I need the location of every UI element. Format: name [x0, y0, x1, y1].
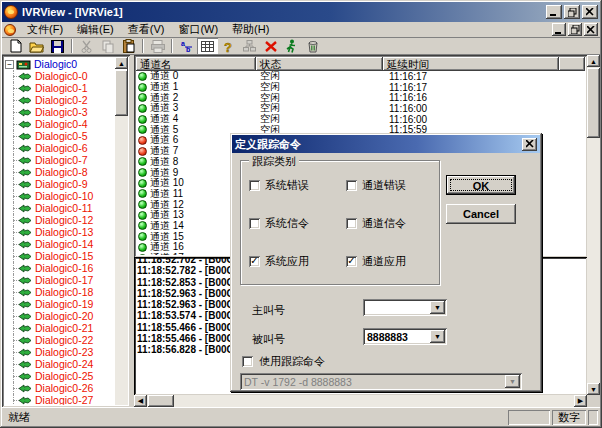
caller-number-combo[interactable]: ▼ [363, 299, 447, 316]
dialog-close-icon[interactable] [522, 138, 537, 151]
tree-item[interactable]: Dialogic0-2 [5, 94, 115, 106]
tree-item[interactable]: Dialogic0-3 [5, 106, 115, 118]
tree-item[interactable]: Dialogic0-19 [5, 298, 115, 310]
grid-view-icon[interactable] [197, 38, 218, 54]
scroll-left-icon[interactable]: ◀ [134, 395, 147, 407]
checkbox-icon[interactable] [249, 218, 260, 229]
tree-item[interactable]: Dialogic0-14 [5, 238, 115, 250]
tree-item[interactable]: Dialogic0-26 [5, 382, 115, 394]
trace-checkbox[interactable]: 通道错误 [346, 179, 439, 192]
scrollbar-thumb[interactable] [148, 395, 174, 407]
app-icon[interactable] [4, 5, 18, 19]
trace-checkbox[interactable]: 通道信令 [346, 217, 439, 230]
tree-item[interactable]: Dialogic0-24 [5, 358, 115, 370]
use-trace-label: 使用跟踪命令 [259, 354, 325, 369]
scroll-up-icon[interactable]: ▲ [115, 57, 128, 69]
tree-item[interactable]: Dialogic0-21 [5, 322, 115, 334]
tree-item[interactable]: Dialogic0-20 [5, 310, 115, 322]
tree-item[interactable]: Dialogic0-11 [5, 202, 115, 214]
tree-item[interactable]: Dialogic0-25 [5, 370, 115, 382]
chevron-down-icon[interactable]: ▼ [430, 330, 445, 343]
tree-item[interactable]: Dialogic0-10 [5, 190, 115, 202]
callee-number-combo[interactable]: 8888883 ▼ [363, 328, 447, 345]
copy-icon[interactable] [97, 38, 118, 54]
child-minimize-button[interactable] [552, 23, 566, 36]
column-header-empty[interactable] [559, 57, 585, 71]
tree-item[interactable]: Dialogic0-12 [5, 214, 115, 226]
use-trace-checkbox[interactable]: 使用跟踪命令 [242, 354, 325, 369]
checkbox-icon[interactable] [249, 256, 260, 267]
trace-checkbox[interactable]: 系统信令 [249, 217, 346, 230]
tree-item-label: Dialogic0-6 [35, 142, 88, 154]
help-icon[interactable]: ? [218, 38, 239, 54]
org-tree-icon[interactable] [239, 38, 260, 54]
paste-icon[interactable] [118, 38, 139, 54]
column-header-status[interactable]: 状态 [256, 57, 383, 71]
tree-item[interactable]: Dialogic0-5 [5, 130, 115, 142]
tree-item[interactable]: Dialogic0-17 [5, 274, 115, 286]
run-icon[interactable] [281, 38, 302, 54]
ok-button[interactable]: OK [446, 175, 516, 195]
tree-item[interactable]: Dialogic0-1 [5, 82, 115, 94]
tree-item[interactable]: Dialogic0-18 [5, 286, 115, 298]
collapse-icon[interactable]: − [5, 60, 14, 69]
trace-checkbox[interactable]: 通道应用 [346, 255, 439, 268]
column-header-name[interactable]: 通道名 [136, 57, 256, 71]
menu-item[interactable]: 帮助(H) [225, 22, 276, 36]
menu-item[interactable]: 窗口(W) [171, 22, 225, 36]
scroll-down-icon[interactable]: ▼ [587, 383, 600, 395]
tree-item[interactable]: Dialogic0-16 [5, 262, 115, 274]
menu-item[interactable]: 查看(V) [121, 22, 172, 36]
checkbox-icon[interactable] [346, 256, 357, 267]
dialog-title-bar[interactable]: 定义跟踪命令 [232, 135, 540, 153]
menu-item[interactable]: 编辑(E) [70, 22, 121, 36]
tree-item-label: Dialogic0-18 [35, 286, 93, 298]
chevron-down-icon[interactable]: ▼ [430, 301, 445, 314]
tree-item[interactable]: Dialogic0-13 [5, 226, 115, 238]
close-button[interactable] [582, 5, 598, 19]
checkbox-icon[interactable] [346, 180, 357, 191]
tree-item[interactable]: Dialogic0-0 [5, 70, 115, 82]
open-folder-icon[interactable] [26, 38, 47, 54]
tree-root[interactable]: − Dialogic0 [5, 58, 115, 70]
tree-item[interactable]: Dialogic0-6 [5, 142, 115, 154]
horizontal-scrollbar[interactable]: ◀ ▶ [134, 395, 587, 407]
minimize-button[interactable] [546, 5, 562, 19]
checkbox-icon[interactable] [249, 180, 260, 191]
print-icon[interactable] [147, 38, 168, 54]
mdi-child-icon[interactable] [4, 24, 16, 36]
tree-item[interactable]: Dialogic0-8 [5, 166, 115, 178]
tree-item[interactable]: Dialogic0-27 [5, 394, 115, 405]
trace-checkbox[interactable]: 系统应用 [249, 255, 346, 268]
restore-button[interactable] [564, 5, 580, 19]
tree-item[interactable]: Dialogic0-15 [5, 250, 115, 262]
checkbox-icon[interactable] [242, 356, 253, 367]
list-vertical-scrollbar[interactable]: ▲ ▼ [587, 55, 600, 395]
trace-checkbox[interactable]: 系统错误 [249, 179, 346, 192]
menu-item[interactable]: 文件(F) [20, 22, 70, 36]
checkbox-label: 系统错误 [265, 178, 309, 193]
scroll-right-icon[interactable]: ▶ [574, 395, 587, 407]
tree-item[interactable]: Dialogic0-7 [5, 154, 115, 166]
cut-icon[interactable] [76, 38, 97, 54]
checkbox-icon[interactable] [346, 218, 357, 229]
new-document-icon[interactable] [5, 38, 26, 54]
child-close-button[interactable] [584, 23, 598, 36]
delete-icon[interactable] [260, 38, 281, 54]
column-header-duration[interactable]: 延续时间 [383, 57, 559, 71]
tree-item[interactable]: Dialogic0-22 [5, 334, 115, 346]
scrollbar-thumb[interactable] [587, 68, 600, 138]
tree-item-label: Dialogic0-0 [35, 70, 88, 82]
ab-field-icon[interactable]: ab [176, 38, 197, 54]
recycle-bin-icon[interactable] [302, 38, 323, 54]
cancel-button[interactable]: Cancel [446, 204, 516, 224]
scroll-up-icon[interactable]: ▲ [587, 55, 600, 67]
tree-scrollbar[interactable]: ▲ ▼ [115, 57, 128, 405]
tree-item[interactable]: Dialogic0-9 [5, 178, 115, 190]
child-restore-button[interactable] [568, 23, 582, 36]
tree-item-label: Dialogic0-16 [35, 262, 93, 274]
tree-item[interactable]: Dialogic0-23 [5, 346, 115, 358]
tree-item[interactable]: Dialogic0-4 [5, 118, 115, 130]
save-icon[interactable] [47, 38, 68, 54]
scrollbar-thumb[interactable] [115, 70, 128, 116]
